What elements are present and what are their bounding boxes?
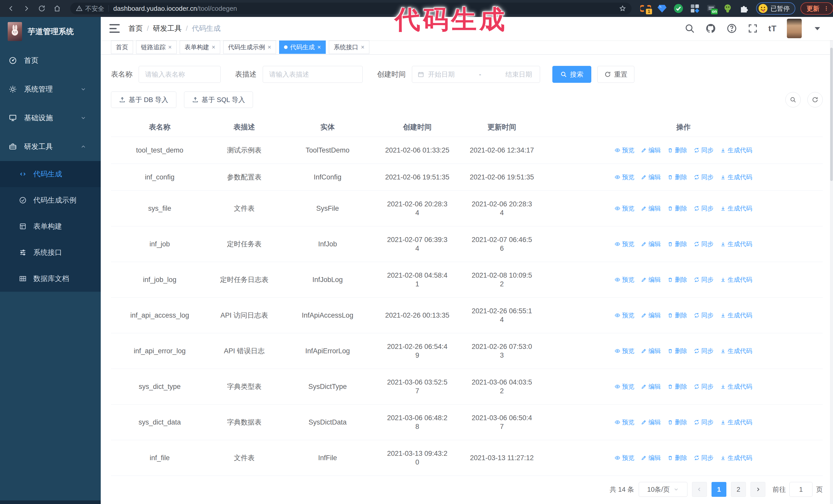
action-eye-link[interactable]: 预览 (615, 418, 634, 427)
import-db-button[interactable]: 基于 DB 导入 (111, 92, 176, 108)
action-trash-link[interactable]: 删除 (667, 146, 687, 154)
sidebar-item-1[interactable]: 系统管理 (0, 75, 101, 103)
extension-check-icon[interactable] (673, 3, 684, 14)
page-button-1[interactable]: 1 (712, 482, 727, 497)
action-download-link[interactable]: 生成代码 (720, 346, 752, 355)
action-download-link[interactable]: 生成代码 (720, 146, 752, 154)
action-edit-link[interactable]: 编辑 (641, 382, 661, 391)
header-search-icon[interactable] (684, 23, 695, 34)
action-edit-link[interactable]: 编辑 (641, 311, 661, 320)
action-sync-link[interactable]: 同步 (694, 346, 714, 355)
table-name-input[interactable] (139, 66, 221, 83)
tab-close-icon[interactable]: × (212, 44, 215, 50)
browser-update-button[interactable]: 更新 (801, 2, 833, 15)
profile-paused-badge[interactable]: 已暂停 (756, 2, 795, 15)
start-date-placeholder[interactable]: 开始日期 (428, 70, 455, 79)
url-text[interactable]: dashboard.yudao.iocoder.cn/tool/codegen (113, 5, 237, 13)
scrollbar-thumb[interactable] (830, 48, 833, 181)
action-edit-link[interactable]: 编辑 (641, 275, 661, 284)
extension-puzzle-icon[interactable] (739, 3, 749, 14)
submenu-item-1[interactable]: 代码生成示例 (0, 187, 101, 213)
action-sync-link[interactable]: 同步 (694, 418, 714, 427)
breadcrumb-item-0[interactable]: 首页 (128, 24, 143, 33)
goto-page-input[interactable] (789, 482, 812, 497)
import-sql-button[interactable]: 基于 SQL 导入 (184, 92, 253, 108)
date-range-picker[interactable]: 开始日期 - 结束日期 (412, 66, 540, 83)
action-download-link[interactable]: 生成代码 (720, 275, 752, 284)
refresh-table-button[interactable] (807, 92, 823, 107)
sidebar-toggle-icon[interactable] (110, 24, 120, 33)
avatar-caret-icon[interactable] (812, 23, 823, 34)
action-trash-link[interactable]: 删除 (667, 418, 687, 427)
tab-4[interactable]: 代码生成× (279, 41, 326, 54)
fullscreen-icon[interactable] (747, 23, 758, 34)
action-eye-link[interactable]: 预览 (615, 382, 634, 391)
action-download-link[interactable]: 生成代码 (720, 382, 752, 391)
user-avatar[interactable] (787, 19, 802, 38)
action-edit-link[interactable]: 编辑 (641, 204, 661, 213)
action-download-link[interactable]: 生成代码 (720, 204, 752, 213)
font-size-icon[interactable]: tT (768, 24, 777, 33)
action-eye-link[interactable]: 预览 (615, 275, 634, 284)
action-sync-link[interactable]: 同步 (694, 454, 714, 462)
action-edit-link[interactable]: 编辑 (641, 146, 661, 154)
submenu-item-4[interactable]: 数据库文档 (0, 266, 101, 292)
tab-0[interactable]: 首页 (111, 41, 133, 54)
action-eye-link[interactable]: 预览 (615, 204, 634, 213)
page-size-select[interactable]: 10条/页 (639, 482, 687, 497)
browser-menu-dots-icon[interactable] (824, 6, 829, 11)
prev-page-button[interactable] (692, 482, 707, 497)
action-download-link[interactable]: 生成代码 (720, 418, 752, 427)
action-edit-link[interactable]: 编辑 (641, 240, 661, 248)
page-button-2[interactable]: 2 (731, 482, 746, 497)
sidebar-item-2[interactable]: 基础设施 (0, 103, 101, 132)
action-edit-link[interactable]: 编辑 (641, 173, 661, 182)
submenu-item-2[interactable]: 表单构建 (0, 213, 101, 239)
browser-reload-icon[interactable] (37, 3, 47, 14)
action-trash-link[interactable]: 删除 (667, 382, 687, 391)
action-sync-link[interactable]: 同步 (694, 240, 714, 248)
help-icon[interactable] (727, 23, 737, 34)
tab-3[interactable]: 代码生成示例× (223, 41, 276, 54)
action-edit-link[interactable]: 编辑 (641, 346, 661, 355)
tab-close-icon[interactable]: × (361, 44, 364, 50)
action-eye-link[interactable]: 预览 (615, 454, 634, 462)
action-edit-link[interactable]: 编辑 (641, 418, 661, 427)
extension-monkey-icon[interactable] (722, 3, 733, 14)
tab-close-icon[interactable]: × (268, 44, 271, 50)
next-page-button[interactable] (751, 482, 765, 497)
window-scrollbar[interactable] (830, 17, 833, 504)
action-sync-link[interactable]: 同步 (694, 204, 714, 213)
app-logo[interactable]: 芋道管理系统 (0, 17, 101, 46)
toggle-search-button[interactable] (785, 92, 801, 107)
extension-gem-icon[interactable] (657, 3, 667, 14)
extension-grid-icon[interactable] (689, 3, 700, 14)
action-trash-link[interactable]: 删除 (667, 311, 687, 320)
action-download-link[interactable]: 生成代码 (720, 240, 752, 248)
search-button[interactable]: 搜索 (552, 66, 591, 83)
tab-5[interactable]: 系统接口× (329, 41, 369, 54)
action-sync-link[interactable]: 同步 (694, 311, 714, 320)
tab-close-icon[interactable]: × (317, 44, 321, 50)
breadcrumb-item-1[interactable]: 研发工具 (153, 24, 182, 33)
submenu-item-3[interactable]: 系统接口 (0, 239, 101, 266)
action-download-link[interactable]: 生成代码 (720, 173, 752, 182)
reset-button[interactable]: 重置 (597, 66, 634, 83)
bookmark-star-icon[interactable] (619, 5, 626, 12)
submenu-item-0[interactable]: 代码生成 (0, 161, 101, 187)
browser-home-icon[interactable] (52, 3, 63, 14)
tab-2[interactable]: 表单构建× (180, 41, 220, 54)
action-trash-link[interactable]: 删除 (667, 173, 687, 182)
action-trash-link[interactable]: 删除 (667, 240, 687, 248)
tab-1[interactable]: 链路追踪× (136, 41, 176, 54)
tab-close-icon[interactable]: × (168, 44, 172, 50)
browser-forward-icon[interactable] (21, 3, 32, 14)
browser-back-icon[interactable] (6, 3, 17, 14)
extension-tag-icon[interactable]: on (706, 3, 717, 14)
end-date-placeholder[interactable]: 结束日期 (505, 70, 532, 79)
action-sync-link[interactable]: 同步 (694, 173, 714, 182)
action-sync-link[interactable]: 同步 (694, 382, 714, 391)
action-trash-link[interactable]: 删除 (667, 275, 687, 284)
security-warning[interactable]: 不安全 (85, 4, 104, 13)
action-sync-link[interactable]: 同步 (694, 275, 714, 284)
